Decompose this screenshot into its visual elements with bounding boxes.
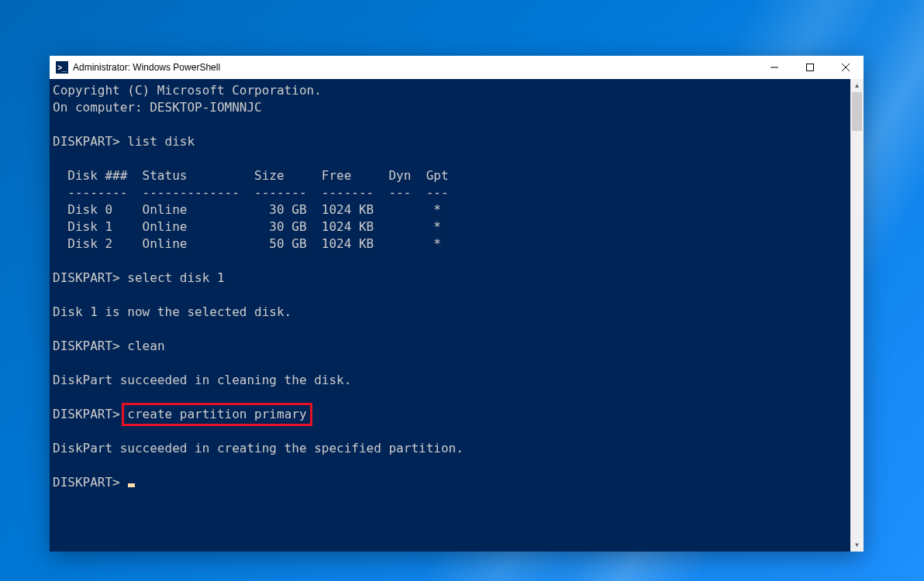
cmd-list-disk: list disk — [127, 134, 195, 149]
cmd-clean: clean — [127, 339, 164, 353]
scroll-down-button[interactable]: ▼ — [850, 538, 864, 552]
prompt: DISKPART> — [53, 339, 120, 353]
prompt: DISKPART> — [53, 475, 120, 490]
copyright-line: Copyright (C) Microsoft Corporation. — [53, 83, 322, 98]
msg-partition-created: DiskPart succeeded in creating the speci… — [53, 441, 464, 456]
terminal-output[interactable]: Copyright (C) Microsoft Corporation. On … — [50, 79, 850, 552]
disk-row: Disk 1 Online 30 GB 1024 KB * — [53, 219, 441, 234]
cmd-select-disk: select disk 1 — [127, 270, 224, 285]
computer-line: On computer: DESKTOP-IOMNNJC — [53, 100, 262, 115]
maximize-button[interactable] — [792, 56, 828, 79]
prompt: DISKPART> — [53, 270, 120, 285]
scroll-up-button[interactable]: ▲ — [850, 79, 864, 92]
titlebar[interactable]: >_ Administrator: Windows PowerShell — [50, 56, 864, 79]
cursor — [128, 483, 135, 487]
close-button[interactable] — [828, 56, 864, 79]
msg-clean-succeeded: DiskPart succeeded in cleaning the disk. — [53, 373, 351, 387]
vertical-scrollbar[interactable]: ▲ ▼ — [850, 79, 864, 552]
prompt: DISKPART> — [53, 134, 120, 149]
window-title: Administrator: Windows PowerShell — [73, 62, 220, 73]
msg-disk-selected: Disk 1 is now the selected disk. — [53, 304, 291, 319]
powershell-icon: >_ — [56, 61, 68, 74]
svg-rect-0 — [807, 64, 814, 71]
client-area: Copyright (C) Microsoft Corporation. On … — [50, 79, 864, 552]
disk-table-divider: -------- ------------- ------- ------- -… — [53, 185, 449, 200]
scrollbar-thumb[interactable] — [852, 92, 862, 131]
disk-table-header: Disk ### Status Size Free Dyn Gpt — [53, 168, 449, 183]
powershell-window: >_ Administrator: Windows PowerShell Cop… — [50, 56, 864, 552]
minimize-button[interactable] — [757, 56, 792, 79]
prompt: DISKPART> — [53, 407, 120, 421]
highlighted-command: create partition primary — [122, 403, 312, 426]
disk-row: Disk 2 Online 50 GB 1024 KB * — [53, 236, 441, 251]
disk-row: Disk 0 Online 30 GB 1024 KB * — [53, 202, 441, 217]
